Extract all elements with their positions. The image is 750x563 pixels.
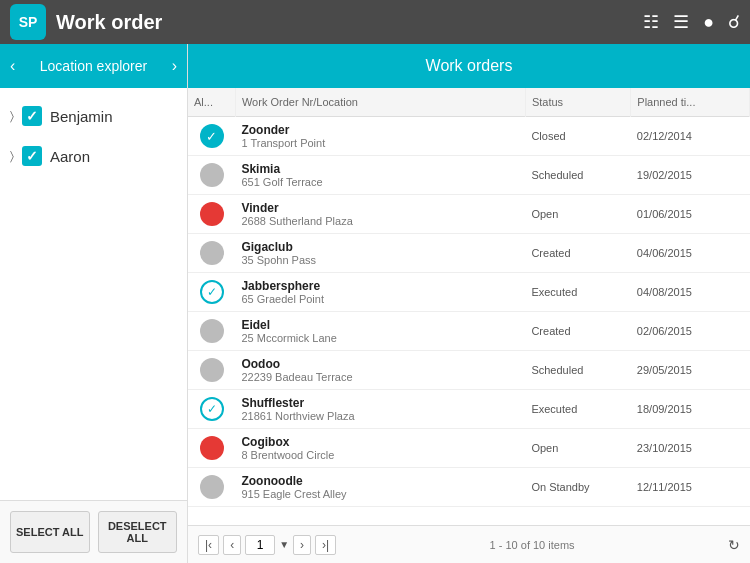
status-icon — [200, 319, 224, 343]
status-icon — [200, 358, 224, 382]
row-planned-cell: 04/06/2015 — [631, 234, 750, 273]
work-order-name: Zoonder — [241, 123, 519, 137]
checkbox-aaron[interactable]: ✓ — [22, 146, 42, 166]
table-row[interactable]: Cogibox8 Brentwood CircleOpen23/10/2015 — [188, 429, 750, 468]
table-row[interactable]: Oodoo22239 Badeau TerraceScheduled29/05/… — [188, 351, 750, 390]
table-header-row: Al... Work Order Nr/Location Status Plan… — [188, 88, 750, 117]
row-icon-cell: ✓ — [188, 273, 235, 312]
table-row[interactable]: ✓Zoonder1 Transport PointClosed02/12/201… — [188, 117, 750, 156]
header-icons: ☷ ☰ ● ☌ — [643, 11, 740, 33]
work-order-name: Zoonoodle — [241, 474, 519, 488]
table-row[interactable]: Vinder2688 Sutherland PlazaOpen01/06/201… — [188, 195, 750, 234]
work-order-address: 1 Transport Point — [241, 137, 519, 149]
row-name-cell: Gigaclub35 Spohn Pass — [235, 234, 525, 273]
row-icon-cell — [188, 195, 235, 234]
row-name-cell: Shufflester21861 Northview Plaza — [235, 390, 525, 429]
right-panel-header: Work orders — [188, 44, 750, 88]
page-dropdown-arrow[interactable]: ▼ — [279, 539, 289, 550]
left-panel-header: ‹ Location explorer › — [0, 44, 187, 88]
location-label-aaron: Aaron — [50, 148, 90, 165]
row-name-cell: Oodoo22239 Badeau Terrace — [235, 351, 525, 390]
work-order-address: 651 Golf Terrace — [241, 176, 519, 188]
expand-arrow-aaron: 〉 — [10, 149, 14, 163]
row-icon-cell — [188, 234, 235, 273]
refresh-icon[interactable]: ↻ — [728, 537, 740, 553]
last-page-button[interactable]: ›| — [315, 535, 336, 555]
left-panel: ‹ Location explorer › 〉 ✓ Benjamin 〉 ✓ A… — [0, 44, 188, 563]
row-planned-cell: 29/05/2015 — [631, 351, 750, 390]
row-name-cell: Vinder2688 Sutherland Plaza — [235, 195, 525, 234]
search-icon[interactable]: ☌ — [728, 11, 740, 33]
row-planned-cell: 19/02/2015 — [631, 156, 750, 195]
row-planned-cell: 02/06/2015 — [631, 312, 750, 351]
table-row[interactable]: ✓Shufflester21861 Northview PlazaExecute… — [188, 390, 750, 429]
row-status-cell: Created — [525, 312, 630, 351]
checkbox-benjamin[interactable]: ✓ — [22, 106, 42, 126]
status-icon — [200, 436, 224, 460]
hierarchy-icon[interactable]: ☷ — [643, 11, 659, 33]
work-order-name: Shufflester — [241, 396, 519, 410]
status-icon: ✓ — [200, 397, 224, 421]
work-orders-table-container: Al... Work Order Nr/Location Status Plan… — [188, 88, 750, 525]
list-item[interactable]: 〉 ✓ Benjamin — [0, 96, 187, 136]
row-status-cell: Scheduled — [525, 156, 630, 195]
row-icon-cell — [188, 468, 235, 507]
table-row[interactable]: Zoonoodle915 Eagle Crest AlleyOn Standby… — [188, 468, 750, 507]
row-planned-cell: 18/09/2015 — [631, 390, 750, 429]
work-order-address: 915 Eagle Crest Alley — [241, 488, 519, 500]
expand-arrow-benjamin: 〉 — [10, 109, 14, 123]
work-order-address: 21861 Northview Plaza — [241, 410, 519, 422]
row-name-cell: Zoonder1 Transport Point — [235, 117, 525, 156]
table-row[interactable]: Eidel25 Mccormick LaneCreated02/06/2015 — [188, 312, 750, 351]
list-item[interactable]: 〉 ✓ Aaron — [0, 136, 187, 176]
table-row[interactable]: Gigaclub35 Spohn PassCreated04/06/2015 — [188, 234, 750, 273]
row-name-cell: Skimia651 Golf Terrace — [235, 156, 525, 195]
table-row[interactable]: Skimia651 Golf TerraceScheduled19/02/201… — [188, 156, 750, 195]
row-icon-cell — [188, 429, 235, 468]
row-icon-cell — [188, 351, 235, 390]
work-order-name: Eidel — [241, 318, 519, 332]
work-order-address: 35 Spohn Pass — [241, 254, 519, 266]
row-planned-cell: 23/10/2015 — [631, 429, 750, 468]
col-header-icon: Al... — [188, 88, 235, 117]
next-page-button[interactable]: › — [293, 535, 311, 555]
row-planned-cell: 02/12/2014 — [631, 117, 750, 156]
work-orders-table: Al... Work Order Nr/Location Status Plan… — [188, 88, 750, 507]
row-status-cell: Executed — [525, 390, 630, 429]
prev-page-button[interactable]: ‹ — [223, 535, 241, 555]
col-header-order[interactable]: Work Order Nr/Location — [235, 88, 525, 117]
row-planned-cell: 01/06/2015 — [631, 195, 750, 234]
work-order-address: 25 Mccormick Lane — [241, 332, 519, 344]
status-icon: ✓ — [200, 124, 224, 148]
row-status-cell: Executed — [525, 273, 630, 312]
nav-right-button[interactable]: › — [172, 57, 177, 75]
deselect-all-button[interactable]: DESELECT ALL — [98, 511, 178, 553]
main-layout: ‹ Location explorer › 〉 ✓ Benjamin 〉 ✓ A… — [0, 44, 750, 563]
first-page-button[interactable]: |‹ — [198, 535, 219, 555]
app-header: SP Work order ☷ ☰ ● ☌ — [0, 0, 750, 44]
globe-icon[interactable]: ● — [703, 12, 714, 33]
col-header-planned[interactable]: Planned ti... — [631, 88, 750, 117]
row-icon-cell — [188, 156, 235, 195]
row-planned-cell: 12/11/2015 — [631, 468, 750, 507]
right-panel: Work orders Al... Work Order Nr/Location… — [188, 44, 750, 563]
status-icon — [200, 163, 224, 187]
col-header-status[interactable]: Status — [525, 88, 630, 117]
row-name-cell: Eidel25 Mccormick Lane — [235, 312, 525, 351]
row-name-cell: Jabbersphere65 Graedel Point — [235, 273, 525, 312]
pagination-bar: |‹ ‹ ▼ › ›| 1 - 10 of 10 items ↻ — [188, 525, 750, 563]
status-icon — [200, 475, 224, 499]
row-status-cell: Created — [525, 234, 630, 273]
list-icon[interactable]: ☰ — [673, 11, 689, 33]
row-status-cell: Closed — [525, 117, 630, 156]
app-title: Work order — [56, 11, 633, 34]
nav-left-button[interactable]: ‹ — [10, 57, 15, 75]
row-status-cell: On Standby — [525, 468, 630, 507]
work-order-name: Skimia — [241, 162, 519, 176]
work-orders-title: Work orders — [426, 57, 513, 75]
work-order-address: 8 Brentwood Circle — [241, 449, 519, 461]
table-row[interactable]: ✓Jabbersphere65 Graedel PointExecuted04/… — [188, 273, 750, 312]
page-number-input[interactable] — [245, 535, 275, 555]
selection-buttons: SELECT ALL DESELECT ALL — [0, 500, 187, 563]
select-all-button[interactable]: SELECT ALL — [10, 511, 90, 553]
